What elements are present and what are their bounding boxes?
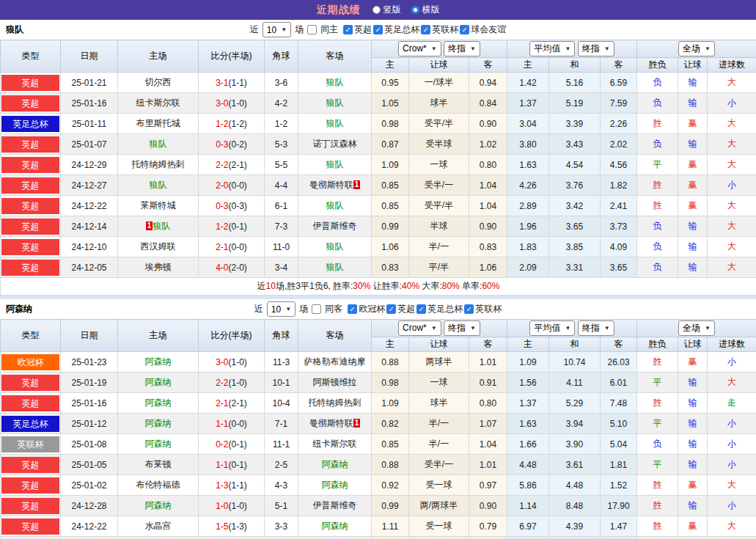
away-team-link[interactable]: 伊普斯维奇: [313, 221, 357, 231]
score-cell: 4-0(2-0): [199, 257, 265, 278]
table-row: 英超25-01-21切尔西3-1(1-1)3-6狼队0.95一/球半0.941.…: [1, 73, 756, 93]
avg-home-odds: 1.56: [507, 373, 549, 393]
away-team-link[interactable]: 狼队: [326, 159, 344, 169]
average-select[interactable]: 平均值▼: [529, 320, 575, 336]
away-team-link[interactable]: 托特纳姆热刺: [309, 397, 362, 408]
league-filter-option[interactable]: ✓英超: [386, 303, 415, 315]
half-time-score: (2-1): [229, 398, 247, 408]
average-select[interactable]: 平均值▼: [529, 41, 575, 56]
scope-select[interactable]: 全场▼: [678, 41, 715, 56]
league-checkbox-checked[interactable]: ✓: [343, 25, 353, 34]
league-checkbox-checked[interactable]: ✓: [386, 304, 396, 314]
away-team-link[interactable]: 阿森纳: [322, 480, 348, 490]
home-team-link[interactable]: 阿森纳: [145, 397, 172, 408]
home-team-link[interactable]: 布里斯托城: [136, 118, 180, 128]
odds-source-select[interactable]: Crow*▼: [398, 41, 441, 56]
same-venue-checkbox[interactable]: [312, 304, 321, 314]
away-team-link[interactable]: 纽卡斯尔联: [313, 439, 357, 449]
avg-home-odds: 2.89: [507, 196, 549, 216]
away-team-link[interactable]: 诺丁汉森林: [313, 139, 357, 149]
goals-result: 小: [708, 93, 756, 114]
average-time-select[interactable]: 终指▼: [578, 41, 614, 56]
league-checkbox-checked[interactable]: ✓: [416, 304, 426, 314]
away-team-link[interactable]: 狼队: [326, 200, 344, 210]
crow-handicap: 一球: [409, 155, 469, 175]
league-checkbox-checked[interactable]: ✓: [348, 304, 357, 314]
scope-select[interactable]: 全场▼: [678, 320, 715, 336]
league-filter-option[interactable]: ✓英联杯: [421, 23, 458, 36]
avg-draw-odds: 10.74: [549, 352, 601, 373]
home-team-link[interactable]: 纽卡斯尔联: [136, 98, 180, 108]
away-team-link[interactable]: 阿森纳: [322, 521, 348, 531]
match-date: 24-12-22: [61, 196, 118, 216]
odds-time-select[interactable]: 终指▼: [444, 320, 480, 336]
away-team-link[interactable]: 曼彻斯特联: [309, 418, 353, 428]
match-count-select[interactable]: 10▼: [267, 301, 296, 317]
home-team-link[interactable]: 阿森纳: [145, 356, 172, 367]
home-team-link[interactable]: 埃弗顿: [145, 262, 172, 272]
away-team-link[interactable]: 狼队: [326, 241, 344, 252]
away-team-link[interactable]: 伊普斯维奇: [313, 500, 357, 510]
sub-header-handicap-result: 让球: [678, 337, 708, 352]
league-filter-option[interactable]: ✓英联杯: [464, 303, 502, 315]
league-badge: 英超: [1, 260, 59, 276]
home-team-link[interactable]: 狼队: [153, 221, 170, 231]
col-header-date: 日期: [61, 320, 118, 352]
corner-count: 1-2: [265, 114, 298, 134]
home-team-link[interactable]: 阿森纳: [145, 500, 172, 510]
league-filter-option[interactable]: ✓欧冠杯: [348, 303, 385, 315]
home-team-link[interactable]: 托特纳姆热刺: [132, 159, 185, 169]
summary-stat-value: 60%: [482, 281, 499, 291]
home-team-link[interactable]: 切尔西: [145, 77, 172, 87]
same-venue-checkbox[interactable]: [307, 25, 317, 34]
away-team-link[interactable]: 狼队: [326, 98, 344, 108]
crow-home-odds: 0.98: [372, 114, 409, 134]
home-team-link[interactable]: 阿森纳: [145, 377, 172, 387]
away-team-cell: 狼队: [298, 93, 372, 114]
match-count-select[interactable]: 10▼: [263, 22, 291, 37]
odds-time-select[interactable]: 终指▼: [444, 41, 480, 56]
home-team-link[interactable]: 布莱顿: [145, 459, 172, 469]
away-team-cell: 曼彻斯特联1: [298, 175, 372, 196]
away-team-link[interactable]: 狼队: [326, 118, 344, 128]
home-team-link[interactable]: 狼队: [150, 139, 167, 149]
vertical-layout-radio[interactable]: 竖版: [373, 4, 401, 16]
home-team-link[interactable]: 狼队: [150, 180, 167, 190]
match-date: 24-12-28: [61, 496, 118, 516]
home-team-link[interactable]: 布伦特福德: [136, 480, 180, 490]
crow-handicap: 受平/半: [409, 114, 469, 134]
home-team-cell: 埃弗顿: [118, 257, 199, 278]
home-team-link[interactable]: 莱斯特城: [141, 200, 176, 210]
league-filter-label: 英联杯: [432, 23, 458, 36]
league-checkbox-checked[interactable]: ✓: [460, 25, 469, 34]
odds-source-select[interactable]: Crow*▼: [398, 320, 441, 336]
horizontal-layout-radio[interactable]: 横版: [411, 4, 440, 16]
league-filter-option[interactable]: ✓英足总杯: [416, 303, 463, 315]
away-team-link[interactable]: 萨格勒布迪纳摩: [304, 356, 366, 367]
away-team-link[interactable]: 狼队: [326, 77, 344, 87]
away-team-link[interactable]: 狼队: [326, 262, 344, 272]
league-checkbox-checked[interactable]: ✓: [373, 25, 383, 34]
half-time-score: (1-2): [229, 119, 247, 129]
league-filter-option[interactable]: ✓英超: [343, 23, 372, 36]
crow-away-odds: 0.94: [469, 73, 507, 93]
league-filter-option[interactable]: ✓英足总杯: [373, 23, 419, 36]
home-team-link[interactable]: 水晶宫: [145, 521, 172, 531]
league-checkbox-checked[interactable]: ✓: [421, 25, 430, 34]
table-row: 英超24-12-05埃弗顿4-0(2-0)3-4狼队0.83平/半1.062.0…: [1, 257, 756, 278]
home-team-cell: 1狼队: [118, 216, 199, 237]
league-filter-option[interactable]: ✓球会友谊: [460, 23, 506, 36]
away-team-link[interactable]: 阿斯顿维拉: [313, 377, 357, 387]
avg-draw-odds: 5.16: [549, 73, 601, 93]
goals-result: 大: [708, 114, 756, 134]
avg-away-odds: 1.47: [601, 516, 637, 537]
league-checkbox-checked[interactable]: ✓: [464, 304, 474, 314]
home-team-link[interactable]: 阿森纳: [145, 439, 172, 449]
match-result: 平: [637, 155, 678, 175]
away-team-link[interactable]: 曼彻斯特联: [309, 180, 353, 190]
average-time-select[interactable]: 终指▼: [578, 320, 614, 336]
full-time-score: 1-5: [216, 521, 228, 532]
away-team-link[interactable]: 阿森纳: [322, 459, 348, 469]
home-team-link[interactable]: 西汉姆联: [141, 241, 176, 252]
home-team-link[interactable]: 阿森纳: [145, 418, 172, 428]
